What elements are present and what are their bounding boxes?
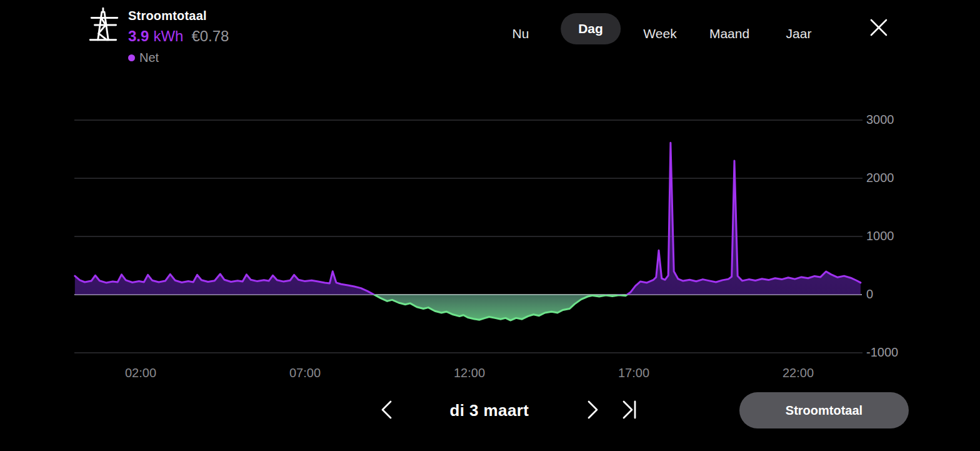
chevron-right-icon	[581, 413, 603, 423]
transmission-tower-icon	[88, 8, 121, 44]
next-day-button[interactable]	[578, 397, 606, 424]
skip-to-latest-button[interactable]	[615, 397, 642, 424]
y-tick-label: 1000	[866, 229, 894, 243]
series-toggle-button[interactable]: Stroomtotaal	[739, 392, 909, 428]
previous-day-button[interactable]	[374, 397, 401, 424]
y-tick-label: 0	[866, 287, 873, 302]
x-tick-label: 22:00	[770, 366, 826, 380]
close-icon	[868, 31, 889, 40]
legend-label: Net	[139, 51, 159, 65]
energy-app-screen: 3000200010000-1000 02:0007:0012:0017:002…	[0, 0, 980, 451]
chart-legend: Net	[128, 51, 229, 65]
date-label: di 3 maart	[450, 401, 529, 420]
tab-nu[interactable]: Nu	[512, 20, 529, 48]
energy-cost: €0.78	[191, 28, 229, 45]
close-button[interactable]	[865, 14, 892, 42]
x-tick-label: 17:00	[606, 366, 662, 380]
energy-value: 3.9	[128, 28, 149, 45]
chart-header: Stroomtotaal 3.9 kWh €0.78 Net	[128, 9, 229, 65]
energy-unit: kWh	[153, 28, 183, 45]
legend-dot-icon	[128, 54, 135, 61]
y-tick-label: 2000	[866, 171, 894, 185]
tab-week[interactable]: Week	[643, 20, 676, 48]
x-tick-label: 02:00	[112, 366, 169, 380]
tab-dag[interactable]: Dag	[561, 13, 621, 44]
page-title: Stroomtotaal	[128, 9, 229, 23]
tab-maand[interactable]: Maand	[709, 20, 749, 48]
x-tick-label: 07:00	[277, 366, 333, 380]
tab-jaar[interactable]: Jaar	[786, 20, 812, 48]
skip-to-latest-icon	[618, 413, 640, 423]
y-tick-label: 3000	[866, 113, 894, 127]
energy-total-row: 3.9 kWh €0.78	[128, 28, 229, 45]
chevron-left-icon	[376, 413, 399, 423]
y-tick-label: -1000	[866, 345, 898, 360]
x-tick-label: 12:00	[441, 366, 498, 380]
chart-plot-area[interactable]	[0, 0, 980, 451]
series-area-positive	[75, 143, 861, 320]
